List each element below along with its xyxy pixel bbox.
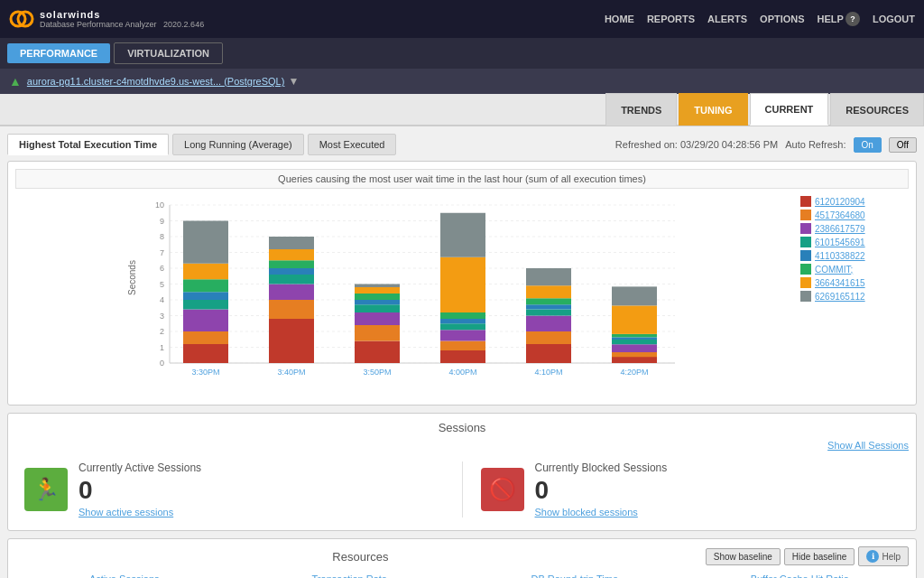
bar-g2-s1 (269, 319, 314, 363)
nav-reports[interactable]: REPORTS (647, 14, 695, 24)
sessions-panel: Sessions Show All Sessions 🏃 Currently A… (7, 413, 917, 531)
svg-text:9: 9 (160, 217, 164, 226)
bar-g3-s8 (355, 284, 400, 288)
refresh-info: Refreshed on: 03/29/20 04:28:56 PM Auto … (615, 137, 917, 153)
bar-g1-s5 (183, 292, 228, 300)
performance-tab[interactable]: PERFORMANCE (7, 43, 110, 63)
bar-g6-s4 (612, 340, 657, 344)
mini-chart-title-3[interactable]: Buffer Cache Hit Ratio (691, 573, 910, 578)
active-sessions-info: Currently Active Sessions 0 Show active … (79, 461, 201, 517)
legend-color-6 (800, 277, 811, 288)
tab-tuning[interactable]: TUNING (679, 93, 747, 126)
bar-chart: Seconds 0 1 2 3 4 (15, 196, 793, 395)
legend-link-4[interactable]: 4110338822 (815, 251, 865, 261)
help-badge: ? (845, 12, 860, 26)
bar-g4-s7 (440, 257, 485, 312)
bar-g3-s2 (355, 325, 400, 341)
tab-highest-execution[interactable]: Highest Total Execution Time (7, 134, 169, 155)
nav-logout[interactable]: LOGOUT (873, 14, 915, 24)
bar-g4-s6 (440, 312, 485, 319)
nav-options[interactable]: OPTIONS (760, 14, 805, 24)
legend-item-1[interactable]: 4517364680 (800, 210, 909, 220)
legend-link-7[interactable]: 6269165112 (815, 292, 865, 302)
bar-g5-s1 (526, 344, 571, 363)
auto-refresh-off-btn[interactable]: Off (889, 137, 917, 153)
legend-link-1[interactable]: 4517364680 (815, 210, 865, 220)
nav-help[interactable]: HELP ? (818, 12, 860, 26)
bar-g3-s5 (355, 300, 400, 304)
legend-color-4 (800, 250, 811, 261)
blocked-sessions-card: 🚫 Currently Blocked Sessions 0 Show bloc… (481, 461, 901, 517)
mini-chart-title-2[interactable]: DB Round-trip Time (466, 573, 684, 578)
solarwinds-logo-icon (9, 8, 34, 30)
legend-link-5[interactable]: COMMIT; (815, 265, 853, 275)
tab-trends[interactable]: TRENDS (605, 93, 677, 126)
svg-text:0: 0 (160, 359, 164, 368)
resources-header: Resources Show baseline Hide baseline ℹ … (15, 546, 909, 566)
svg-text:4:20PM: 4:20PM (620, 368, 648, 377)
svg-text:10: 10 (155, 200, 164, 210)
show-baseline-btn[interactable]: Show baseline (706, 548, 781, 565)
legend-item-2[interactable]: 2386617579 (800, 223, 909, 234)
legend-item-7[interactable]: 6269165112 (800, 291, 909, 302)
svg-text:3:30PM: 3:30PM (191, 368, 219, 377)
auto-refresh-on-btn[interactable]: On (854, 137, 882, 153)
svg-text:1: 1 (160, 343, 164, 352)
sessions-row: 🏃 Currently Active Sessions 0 Show activ… (15, 456, 909, 523)
legend-item-0[interactable]: 6120120904 (800, 196, 909, 207)
legend-link-2[interactable]: 2386617579 (815, 224, 865, 234)
breadcrumb-arrow: ▲ (9, 74, 22, 89)
legend-item-4[interactable]: 4110338822 (800, 250, 909, 261)
legend-link-0[interactable]: 6120120904 (815, 197, 865, 207)
auto-refresh-label: Auto Refresh: (785, 139, 845, 150)
tab-long-running[interactable]: Long Running (Average) (172, 134, 304, 155)
bar-g4-s3 (440, 330, 485, 340)
legend-color-5 (800, 264, 811, 275)
tab-most-executed[interactable]: Most Executed (308, 134, 397, 155)
bar-g3-s6 (355, 294, 400, 300)
bar-g1-s4 (183, 300, 228, 310)
bar-g6-s8 (612, 286, 657, 305)
legend-item-3[interactable]: 6101545691 (800, 237, 909, 247)
legend-item-6[interactable]: 3664341615 (800, 277, 909, 288)
show-all-sessions-link[interactable]: Show All Sessions (15, 440, 909, 451)
bar-g5-s5 (526, 304, 571, 309)
mini-chart-db-roundtrip: DB Round-trip Time 50 0 (466, 573, 684, 578)
bar-g2-s4 (269, 275, 314, 284)
mini-chart-title-0[interactable]: Active Sessions (15, 573, 234, 578)
legend-color-7 (800, 291, 811, 302)
breadcrumb-link[interactable]: aurora-pg11.cluster-c4motdhvde9.us-west.… (27, 76, 285, 87)
active-sessions-count: 0 (79, 478, 201, 503)
virtualization-tab[interactable]: VIRTUALIZATION (114, 42, 223, 64)
nav-home[interactable]: HOME (605, 14, 634, 24)
chart-title: Queries causing the most user wait time … (15, 169, 909, 189)
mini-chart-title-1[interactable]: Transaction Rate (241, 573, 459, 578)
bar-g1-s6 (183, 279, 228, 292)
help-btn[interactable]: ℹ Help (858, 546, 909, 566)
legend-item-5[interactable]: COMMIT; (800, 264, 909, 275)
sessions-title: Sessions (15, 421, 909, 434)
bar-g1-s7 (183, 264, 228, 280)
top-nav: solarwinds Database Performance Analyzer… (0, 0, 924, 38)
nav-alerts[interactable]: ALERTS (707, 14, 747, 24)
bar-g3-s4 (355, 304, 400, 312)
bar-g1-s8 (183, 221, 228, 264)
legend-link-3[interactable]: 6101545691 (815, 238, 865, 247)
sessions-divider (462, 461, 463, 517)
tab-resources[interactable]: RESOURCES (830, 93, 924, 126)
show-active-sessions-link[interactable]: Show active sessions (79, 507, 201, 517)
bar-g5-s8 (526, 268, 571, 285)
bar-g6-s3 (612, 344, 657, 352)
svg-text:3:40PM: 3:40PM (277, 368, 305, 377)
bar-g2-s5 (269, 268, 314, 275)
legend-link-6[interactable]: 3664341615 (815, 278, 865, 288)
show-blocked-sessions-link[interactable]: Show blocked sessions (535, 507, 668, 517)
bar-g4-s5 (440, 319, 485, 323)
bar-g6-s5 (612, 337, 657, 340)
hide-baseline-btn[interactable]: Hide baseline (784, 548, 855, 565)
breadcrumb-caret[interactable]: ▼ (288, 75, 299, 88)
right-tabs-bar: TRENDS TUNING CURRENT RESOURCES (0, 94, 924, 126)
bar-g1-s1 (183, 344, 228, 363)
tab-current[interactable]: CURRENT (750, 93, 829, 126)
top-nav-links: HOME REPORTS ALERTS OPTIONS HELP ? LOGOU… (605, 12, 915, 26)
